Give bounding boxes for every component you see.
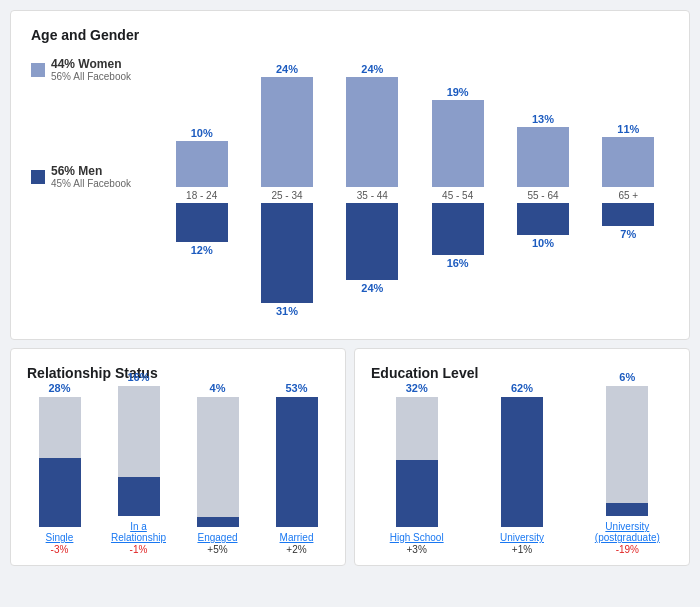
legend-men-text: 56% Men 45% All Facebook [51,164,131,189]
relationship-card: Relationship Status 28% Single -3% 16% I… [10,348,346,566]
age-group: 13% 55 - 64 10% [502,57,583,323]
legend-women: 44% Women 56% All Facebook [31,57,131,82]
bottom-row: Relationship Status 28% Single -3% 16% I… [10,348,690,566]
age-gender-title: Age and Gender [31,27,669,43]
men-pct-label: 56% Men [51,164,131,178]
men-sub-label: 45% All Facebook [51,178,131,189]
legend-women-text: 44% Women 56% All Facebook [51,57,131,82]
bar-item: 28% Single -3% [27,382,92,555]
bar-item: 6% University (postgraduate) -19% [582,371,673,555]
bar-item: 32% High School +3% [371,382,462,555]
bar-item: 16% In a Relationship -1% [106,371,171,555]
men-color-box [31,170,45,184]
bar-item: 4% Engaged +5% [185,382,250,555]
age-group: 24% 25 - 34 31% [246,57,327,323]
women-color-box [31,63,45,77]
age-bars-container: 10% 18 - 24 12% 24% 25 - 34 31% 24% 35 -… [161,57,669,323]
relationship-chart: 28% Single -3% 16% In a Relationship -1%… [27,395,329,555]
bar-item: 53% Married +2% [264,382,329,555]
age-group: 10% 18 - 24 12% [161,57,242,323]
age-gender-card: Age and Gender 44% Women 56% All Faceboo… [10,10,690,340]
chart-legend: 44% Women 56% All Facebook 56% Men 45% A… [31,57,131,189]
education-chart: 32% High School +3% 62% University +1% 6… [371,395,673,555]
relationship-title: Relationship Status [27,365,329,381]
bar-item: 62% University +1% [476,382,567,555]
age-group: 19% 45 - 54 16% [417,57,498,323]
education-card: Education Level 32% High School +3% 62% … [354,348,690,566]
age-group: 11% 65 + 7% [588,57,669,323]
women-pct-label: 44% Women [51,57,131,71]
age-gender-chart: 44% Women 56% All Facebook 56% Men 45% A… [31,57,669,323]
women-sub-label: 56% All Facebook [51,71,131,82]
age-group: 24% 35 - 44 24% [332,57,413,323]
legend-men: 56% Men 45% All Facebook [31,164,131,189]
